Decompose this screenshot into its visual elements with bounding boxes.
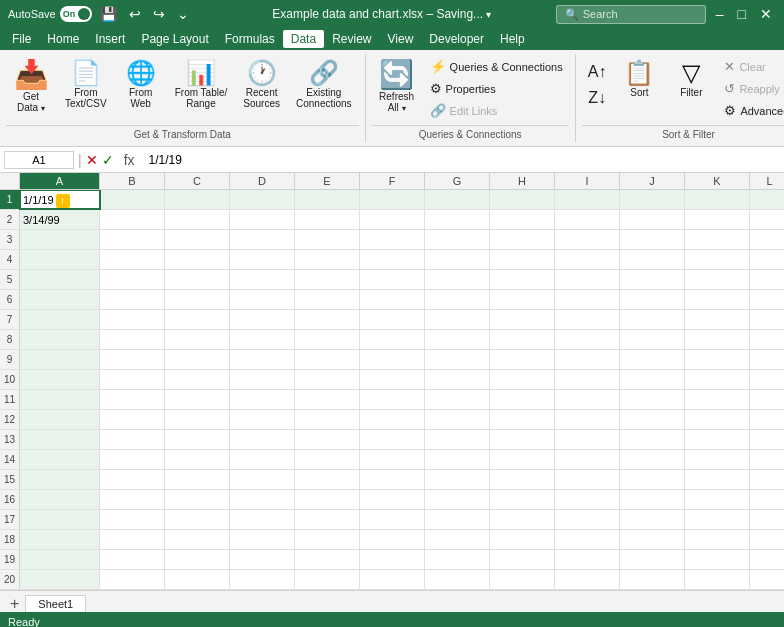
col-header-C[interactable]: C	[165, 173, 230, 189]
cell-J19[interactable]	[620, 550, 685, 569]
sheet-tab-1[interactable]: Sheet1	[25, 595, 86, 612]
cell-B4[interactable]	[100, 250, 165, 269]
cell-L17[interactable]	[750, 510, 784, 529]
confirm-icon[interactable]: ✓	[102, 152, 114, 168]
cell-C7[interactable]	[165, 310, 230, 329]
row-number-19[interactable]: 19	[0, 550, 20, 569]
cell-D4[interactable]	[230, 250, 295, 269]
cell-F10[interactable]	[360, 370, 425, 389]
menu-page-layout[interactable]: Page Layout	[133, 30, 216, 48]
cell-K12[interactable]	[685, 410, 750, 429]
col-header-F[interactable]: F	[360, 173, 425, 189]
cell-D17[interactable]	[230, 510, 295, 529]
cell-B3[interactable]	[100, 230, 165, 249]
cell-L3[interactable]	[750, 230, 784, 249]
minimize-button[interactable]: –	[712, 4, 728, 24]
cell-F17[interactable]	[360, 510, 425, 529]
cell-H14[interactable]	[490, 450, 555, 469]
cell-J17[interactable]	[620, 510, 685, 529]
search-input[interactable]	[583, 8, 693, 20]
cell-B16[interactable]	[100, 490, 165, 509]
save-button[interactable]: 💾	[96, 4, 121, 24]
qat-dropdown[interactable]: ⌄	[173, 4, 193, 24]
cell-A19[interactable]	[20, 550, 100, 569]
cell-I16[interactable]	[555, 490, 620, 509]
cell-G8[interactable]	[425, 330, 490, 349]
row-number-13[interactable]: 13	[0, 430, 20, 449]
col-header-K[interactable]: K	[685, 173, 750, 189]
cell-G6[interactable]	[425, 290, 490, 309]
cell-H16[interactable]	[490, 490, 555, 509]
cell-E8[interactable]	[295, 330, 360, 349]
cell-K20[interactable]	[685, 570, 750, 589]
menu-home[interactable]: Home	[39, 30, 87, 48]
cell-D13[interactable]	[230, 430, 295, 449]
cell-I14[interactable]	[555, 450, 620, 469]
cell-E12[interactable]	[295, 410, 360, 429]
cell-A16[interactable]	[20, 490, 100, 509]
cell-J16[interactable]	[620, 490, 685, 509]
cell-B17[interactable]	[100, 510, 165, 529]
cell-K15[interactable]	[685, 470, 750, 489]
cell-B1[interactable]	[100, 190, 165, 209]
col-header-E[interactable]: E	[295, 173, 360, 189]
cell-L12[interactable]	[750, 410, 784, 429]
cell-B15[interactable]	[100, 470, 165, 489]
cell-J13[interactable]	[620, 430, 685, 449]
cell-H1[interactable]	[490, 190, 555, 209]
cell-D9[interactable]	[230, 350, 295, 369]
cell-A20[interactable]	[20, 570, 100, 589]
cell-I12[interactable]	[555, 410, 620, 429]
row-number-10[interactable]: 10	[0, 370, 20, 389]
cell-J15[interactable]	[620, 470, 685, 489]
sort-desc-button[interactable]: Z↓	[582, 86, 613, 110]
cell-E19[interactable]	[295, 550, 360, 569]
cell-H18[interactable]	[490, 530, 555, 549]
cell-I4[interactable]	[555, 250, 620, 269]
cell-L1[interactable]	[750, 190, 784, 209]
cell-A6[interactable]	[20, 290, 100, 309]
cell-D19[interactable]	[230, 550, 295, 569]
cell-G18[interactable]	[425, 530, 490, 549]
row-number-15[interactable]: 15	[0, 470, 20, 489]
cell-K19[interactable]	[685, 550, 750, 569]
cell-B5[interactable]	[100, 270, 165, 289]
cell-E15[interactable]	[295, 470, 360, 489]
cell-J9[interactable]	[620, 350, 685, 369]
queries-connections-button[interactable]: ⚡ Queries & Connections	[424, 56, 569, 77]
cell-B20[interactable]	[100, 570, 165, 589]
cell-J12[interactable]	[620, 410, 685, 429]
cell-J4[interactable]	[620, 250, 685, 269]
title-arrow[interactable]: ▾	[486, 9, 491, 20]
cell-I19[interactable]	[555, 550, 620, 569]
cell-L18[interactable]	[750, 530, 784, 549]
cell-G7[interactable]	[425, 310, 490, 329]
cell-G4[interactable]	[425, 250, 490, 269]
cell-E13[interactable]	[295, 430, 360, 449]
cell-L2[interactable]	[750, 210, 784, 229]
cell-L7[interactable]	[750, 310, 784, 329]
cell-E4[interactable]	[295, 250, 360, 269]
filter-button[interactable]: ▽ Filter	[666, 56, 716, 103]
cell-D3[interactable]	[230, 230, 295, 249]
cell-D11[interactable]	[230, 390, 295, 409]
cell-K3[interactable]	[685, 230, 750, 249]
cell-L14[interactable]	[750, 450, 784, 469]
cell-L16[interactable]	[750, 490, 784, 509]
cell-J14[interactable]	[620, 450, 685, 469]
cell-H3[interactable]	[490, 230, 555, 249]
cell-A7[interactable]	[20, 310, 100, 329]
cell-E1[interactable]	[295, 190, 360, 209]
cell-J20[interactable]	[620, 570, 685, 589]
advanced-button[interactable]: ⚙ Advanced	[718, 100, 784, 121]
cell-K6[interactable]	[685, 290, 750, 309]
menu-insert[interactable]: Insert	[87, 30, 133, 48]
cell-E14[interactable]	[295, 450, 360, 469]
cell-H6[interactable]	[490, 290, 555, 309]
cell-H4[interactable]	[490, 250, 555, 269]
cell-E17[interactable]	[295, 510, 360, 529]
row-number-16[interactable]: 16	[0, 490, 20, 509]
cell-E9[interactable]	[295, 350, 360, 369]
cell-B6[interactable]	[100, 290, 165, 309]
cell-I8[interactable]	[555, 330, 620, 349]
